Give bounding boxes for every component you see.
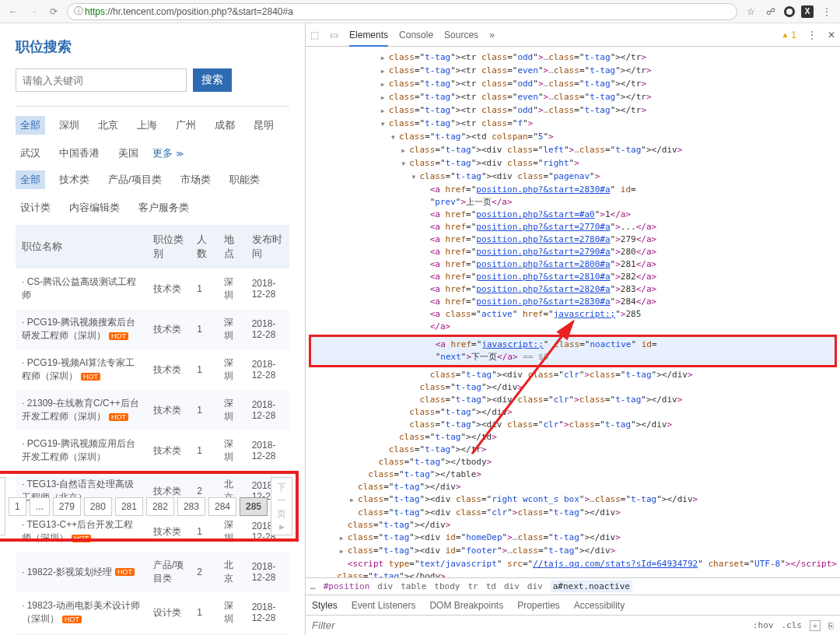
page-number[interactable]: 1 <box>9 497 26 516</box>
prev-page[interactable]: 上一页 <box>0 477 5 535</box>
category-filter[interactable]: 内容编辑类 <box>65 198 124 217</box>
styles-tab[interactable]: Styles <box>312 600 338 611</box>
crumb-item[interactable]: td <box>486 581 496 591</box>
category-filter[interactable]: 职能类 <box>225 170 264 189</box>
table-row[interactable]: · 19823-动画电影美术设计师（深圳）HOT设计类1深圳2018-12-28 <box>16 592 289 633</box>
page-content: 职位搜索 搜索 全部深圳北京上海广州成都昆明武汉中国香港美国更多 ≫ 全部技术类… <box>0 23 306 635</box>
category-filter[interactable]: 设计类 <box>16 198 55 217</box>
page-number[interactable]: ... <box>30 497 50 516</box>
job-table: 职位名称职位类别人数地点发布时间 · CS-腾讯公益高级测试工程师技术类1深圳2… <box>16 225 289 635</box>
address-bar[interactable]: ⓘ https://hr.tencent.com/position.php?&s… <box>67 3 737 20</box>
device-icon[interactable]: ▭ <box>330 30 338 40</box>
devtools-panel: ⬚ ▭ Elements Console Sources » 1 ⋮ ✕ cla… <box>306 23 840 635</box>
search-button[interactable]: 搜索 <box>193 68 232 92</box>
devtools-tabs: ⬚ ▭ Elements Console Sources » 1 ⋮ ✕ <box>306 23 840 47</box>
location-filter[interactable]: 北京 <box>93 116 123 135</box>
crumb-item[interactable]: a#next.noactive <box>551 581 632 592</box>
devtools-menu-icon[interactable]: ⋮ <box>807 30 817 40</box>
star-icon[interactable]: ☆ <box>744 5 758 19</box>
crumb-item[interactable]: tbody <box>434 581 460 591</box>
location-filter[interactable]: 上海 <box>132 116 162 135</box>
category-filter[interactable]: 全部 <box>16 170 45 189</box>
location-filter[interactable]: 武汉 <box>16 144 45 163</box>
more-locations[interactable]: 更多 ≫ <box>152 146 184 160</box>
styles-filter: :hov .cls + ⎘ <box>306 615 840 635</box>
tab-sources[interactable]: Sources <box>444 30 478 40</box>
crumb-item[interactable]: table <box>401 581 426 591</box>
tab-more[interactable]: » <box>489 30 495 40</box>
table-row[interactable]: · PCG19-腾讯视频搜索后台研发工程师（深圳）HOT技术类1深圳2018-1… <box>16 309 289 349</box>
styles-filter-input[interactable] <box>312 619 390 631</box>
location-filter[interactable]: 美国 <box>114 144 143 163</box>
table-row[interactable]: · 21309-在线教育C/C++后台开发工程师（深圳）HOT技术类1深圳201… <box>16 390 289 430</box>
table-row[interactable]: · PCG19-视频AI算法专家工程师（深圳）HOT技术类1深圳2018-12-… <box>16 349 289 390</box>
search-input[interactable] <box>16 68 187 92</box>
styles-tab[interactable]: Accessibility <box>574 600 625 611</box>
table-row[interactable]: · PCG19-腾讯视频应用后台开发工程师（深圳）技术类1深圳2018-12-2… <box>16 430 289 471</box>
page-number[interactable]: 285 <box>240 497 268 516</box>
info-icon: ⓘ <box>74 5 83 18</box>
category-filter[interactable]: 市场类 <box>176 170 215 189</box>
extension-icon[interactable]: ☍ <box>764 5 778 19</box>
page-number[interactable]: 283 <box>177 497 205 516</box>
crumb-item[interactable]: #position <box>324 581 370 591</box>
column-header: 职位名称 <box>16 225 147 268</box>
page-number[interactable]: 284 <box>208 497 236 516</box>
location-filter[interactable]: 全部 <box>16 116 45 135</box>
category-filter[interactable]: 客户服务类 <box>134 198 194 217</box>
location-filter[interactable]: 中国香港 <box>54 144 104 163</box>
location-filter[interactable]: 深圳 <box>54 116 84 135</box>
column-header: 职位类别 <box>147 225 191 268</box>
circle-extension-icon[interactable] <box>784 6 795 17</box>
next-page[interactable]: 下一页 <box>271 477 292 535</box>
column-header: 发布时间 <box>246 225 289 268</box>
browser-toolbar: ← → ⟳ ⓘ https://hr.tencent.com/position.… <box>0 0 840 23</box>
hov-toggle[interactable]: :hov <box>753 620 774 630</box>
warning-badge[interactable]: 1 <box>781 30 796 40</box>
category-filters: 全部技术类产品/项目类市场类职能类设计类内容编辑类客户服务类 <box>16 170 289 217</box>
location-filter[interactable]: 昆明 <box>249 116 278 135</box>
url-protocol: https <box>85 6 105 17</box>
url-path: ://hr.tencent.com/position.php?&start=28… <box>105 6 293 17</box>
crumb-item[interactable]: div <box>504 581 520 591</box>
back-button[interactable]: ← <box>6 5 20 19</box>
styles-tab[interactable]: DOM Breakpoints <box>429 600 503 611</box>
menu-icon[interactable]: ⋮ <box>820 5 834 19</box>
page-number[interactable]: 281 <box>115 497 143 516</box>
x-extension-icon[interactable]: X <box>801 5 814 18</box>
breadcrumb[interactable]: …#positiondivtabletbodytrtddivdiva#next.… <box>306 577 840 595</box>
crumb-item[interactable]: div <box>377 581 393 591</box>
table-row[interactable]: · 19822-影视策划经理HOT产品/项目类2北京2018-12-28 <box>16 552 289 592</box>
dom-tree[interactable]: class="t-tag"><tr class="odd">…class="t-… <box>306 47 840 577</box>
page-number[interactable]: 280 <box>84 497 112 516</box>
reload-button[interactable]: ⟳ <box>47 5 61 19</box>
styles-tabs: StylesEvent ListenersDOM BreakpointsProp… <box>306 595 840 615</box>
category-filter[interactable]: 产品/项目类 <box>103 170 166 189</box>
crumb-item[interactable]: … <box>310 581 316 591</box>
pagination: 上一页1...279280281282283284285下一页 <box>0 471 299 542</box>
cls-toggle[interactable]: .cls <box>782 620 803 630</box>
styles-tab[interactable]: Properties <box>517 600 560 611</box>
table-row[interactable]: · CS-腾讯公益高级测试工程师技术类1深圳2018-12-28 <box>16 268 289 309</box>
location-filters: 全部深圳北京上海广州成都昆明武汉中国香港美国更多 ≫ <box>16 116 289 163</box>
inspect-icon[interactable]: ⬚ <box>310 30 319 40</box>
page-title: 职位搜索 <box>16 37 289 56</box>
styles-tab[interactable]: Event Listeners <box>352 600 416 611</box>
tab-console[interactable]: Console <box>399 30 433 40</box>
location-filter[interactable]: 广州 <box>171 116 201 135</box>
column-header: 地点 <box>218 225 245 268</box>
crumb-item[interactable]: tr <box>467 581 478 591</box>
devtools-close-icon[interactable]: ✕ <box>828 30 835 40</box>
tab-elements[interactable]: Elements <box>349 30 388 47</box>
page-number[interactable]: 282 <box>146 497 174 516</box>
forward-button[interactable]: → <box>26 5 40 19</box>
pin-icon[interactable]: ⎘ <box>828 621 834 630</box>
column-header: 人数 <box>191 225 218 268</box>
crumb-item[interactable]: div <box>527 581 543 591</box>
category-filter[interactable]: 技术类 <box>54 170 94 189</box>
page-number[interactable]: 279 <box>53 497 81 516</box>
add-rule-icon[interactable]: + <box>810 620 821 631</box>
location-filter[interactable]: 成都 <box>210 116 240 135</box>
